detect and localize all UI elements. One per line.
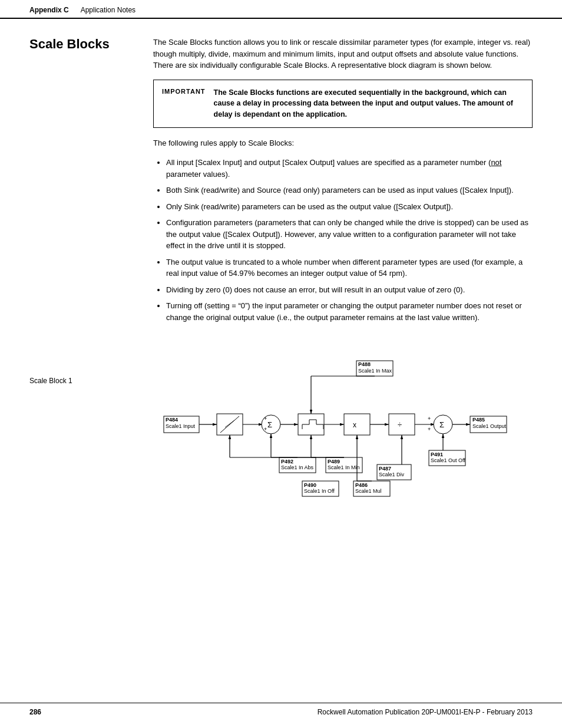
svg-text:P487: P487 [379, 466, 391, 472]
appendix-label: Appendix C [29, 6, 69, 14]
block-diagram-svg: .diag-text { font-family: Arial, sans-se… [147, 353, 513, 506]
svg-text:Σ: Σ [267, 420, 272, 429]
list-item: All input [Scalex Input] and output [Sca… [166, 157, 533, 180]
main-content: Scale Blocks The Scale Blocks function a… [0, 19, 562, 347]
svg-text:Scale1 In Max: Scale1 In Max [358, 368, 392, 374]
svg-rect-16 [344, 414, 370, 435]
list-item: Dividing by zero (0) does not cause an e… [166, 284, 533, 296]
svg-text:÷: ÷ [398, 420, 402, 429]
diagram-label: Scale Block 1 [29, 377, 72, 385]
diagram-label-col: Scale Block 1 [29, 353, 147, 386]
header-subtitle: Application Notes [81, 6, 135, 14]
svg-text:+: + [428, 416, 431, 421]
page-footer: 286 Rockwell Automation Publication 20P-… [0, 703, 562, 716]
svg-text:+: + [428, 426, 431, 432]
page-header: Appendix C Application Notes [0, 0, 562, 19]
list-item: Both Sink (read/write) and Source (read … [166, 185, 533, 196]
svg-text:P486: P486 [355, 482, 368, 488]
list-item: Turning off (setting = “0”) the input pa… [166, 300, 533, 323]
svg-text:Scale1 Mul: Scale1 Mul [355, 488, 382, 494]
svg-text:+: + [264, 416, 267, 421]
list-item: The output value is truncated to a whole… [166, 256, 533, 279]
publication-info: Rockwell Automation Publication 20P-UM00… [318, 708, 533, 716]
important-text: The Scale Blocks functions are executed … [214, 87, 524, 120]
left-column: Scale Blocks [29, 37, 147, 329]
diagram-area: .diag-text { font-family: Arial, sans-se… [147, 353, 533, 506]
svg-text:P485: P485 [472, 417, 485, 423]
rules-intro: The following rules apply to Scale Block… [153, 137, 533, 149]
svg-text:Σ: Σ [439, 420, 444, 429]
svg-text:P484: P484 [166, 417, 178, 423]
list-item: Configuration parameters (parameters tha… [166, 217, 533, 252]
svg-text:Scale1 In Min: Scale1 In Min [328, 465, 360, 470]
svg-text:P488: P488 [358, 361, 371, 367]
page: Appendix C Application Notes Scale Block… [0, 0, 562, 728]
intro-paragraph: The Scale Blocks function allows you to … [153, 37, 533, 71]
svg-text:P491: P491 [431, 452, 443, 457]
svg-text:Scale1 In Off: Scale1 In Off [304, 488, 335, 494]
svg-text:Scale1 In Abs: Scale1 In Abs [281, 465, 314, 470]
underline-not: not [491, 158, 501, 167]
svg-text:P489: P489 [328, 459, 340, 465]
important-label: IMPORTANT [162, 87, 206, 120]
svg-text:Scale1 Div: Scale1 Div [379, 472, 405, 477]
right-column: The Scale Blocks function allows you to … [147, 37, 533, 329]
section-title: Scale Blocks [29, 37, 110, 51]
rules-list: All input [Scalex Input] and output [Sca… [153, 157, 533, 323]
svg-text:P492: P492 [281, 459, 293, 465]
svg-text:Scale1 Input: Scale1 Input [166, 423, 196, 429]
page-number: 286 [29, 708, 41, 716]
svg-text:P490: P490 [304, 482, 316, 488]
diagram-section: Scale Block 1 .diag-text { font-family: … [0, 347, 562, 523]
svg-text:x: x [353, 421, 356, 429]
svg-text:+: + [264, 426, 267, 432]
svg-text:Scale1 Out Off: Scale1 Out Off [431, 457, 465, 463]
important-box: IMPORTANT The Scale Blocks functions are… [153, 80, 533, 128]
list-item: Only Sink (read/write) parameters can be… [166, 201, 533, 213]
svg-text:Scale1 Output: Scale1 Output [472, 423, 507, 429]
